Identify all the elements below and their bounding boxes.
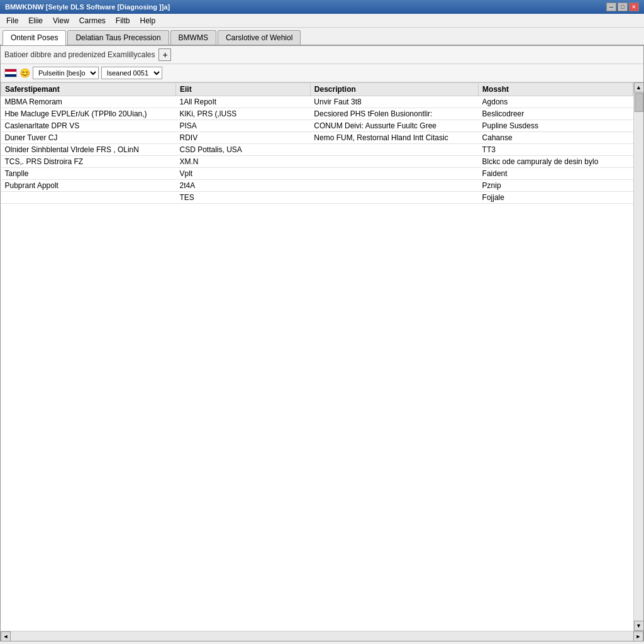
us-flag-icon [4, 69, 17, 77]
table-row[interactable]: MBMA Remoram1All RepoItUnvir Faut 3t8Agd… [1, 96, 633, 108]
scroll-right-button[interactable]: ► [633, 631, 643, 641]
cell-mosht: Faident [479, 168, 633, 180]
cell-saferstipemant: Duner Tuver CJ [1, 132, 176, 144]
cell-description: Nemo FUM, Restornal Hland Intt Citasic [310, 132, 478, 144]
cell-mosht: Pznip [479, 180, 633, 192]
cell-description [310, 192, 478, 204]
dropdown-pulseitin[interactable]: Pulseitin [bes]o [33, 67, 99, 79]
cell-mosht: Blckc ode campuraly de desin bylo [479, 156, 633, 168]
cell-edit: PISA [175, 120, 310, 132]
filter-row: 😊 Pulseitin [bes]o lseaned 0051 [1, 64, 643, 82]
cell-saferstipemant [1, 192, 176, 204]
minimize-button[interactable]: ─ [606, 3, 616, 11]
table-row[interactable]: TESFojjale [1, 192, 633, 204]
cell-description: Unvir Faut 3t8 [310, 96, 478, 108]
col-header-mosht: Mossht [479, 83, 633, 96]
cell-description [310, 156, 478, 168]
cell-edit: CSD Pottalis, USA [175, 144, 310, 156]
col-header-saferstipemant: Saferstipemant [1, 83, 176, 96]
dropdown-beaned[interactable]: lseaned 0051 [101, 67, 162, 79]
cell-description [310, 180, 478, 192]
add-button[interactable]: + [158, 48, 171, 61]
cell-mosht: Agdons [479, 96, 633, 108]
cell-edit: 1All RepoIt [175, 96, 310, 108]
table-row[interactable]: Caslenarltate DPR VSPISACONUM Deivi: Aus… [1, 120, 633, 132]
smiley-icon: 😊 [19, 68, 30, 78]
table-row[interactable]: Duner Tuver CJRDIVNemo FUM, Restornal Hl… [1, 132, 633, 144]
menu-bar: File Eliie View Carmes Filtb Help [0, 14, 644, 28]
cell-description [310, 144, 478, 156]
window-title: BMWKDNW [Setyle DLS Software [Diagnosing… [5, 3, 170, 11]
menu-help[interactable]: Help [136, 15, 160, 26]
table-row[interactable]: Hbe Macluge EVPLEr/uK (TPPllo 20Uian,)Kl… [1, 108, 633, 120]
table-wrapper[interactable]: Saferstipemant Eiit Description Mossht M… [1, 82, 633, 631]
data-table: Saferstipemant Eiit Description Mossht M… [1, 82, 633, 204]
tab-ontenit-poses[interactable]: Ontenit Poses [3, 30, 66, 45]
col-header-description: Description [310, 83, 478, 96]
toolbar-label: Batioer dibbre and predenized Examlillyc… [4, 50, 155, 59]
tab-delatian-taus[interactable]: Delatian Taus Precession [67, 30, 169, 45]
scroll-up-button[interactable]: ▲ [634, 82, 644, 92]
cell-saferstipemant: TCS,. PRS Distroira FZ [1, 156, 176, 168]
cell-saferstipemant: Hbe Macluge EVPLEr/uK (TPPllo 20Uian,) [1, 108, 176, 120]
menu-eliie[interactable]: Eliie [25, 15, 47, 26]
vertical-scrollbar[interactable]: ▲ ▼ [633, 82, 643, 631]
cell-saferstipemant: Pubprant Appolt [1, 180, 176, 192]
cell-saferstipemant: Olnider Sinhblental Vlrdele FRS , OLinN [1, 144, 176, 156]
menu-view[interactable]: View [49, 15, 73, 26]
cell-mosht: Fojjale [479, 192, 633, 204]
tab-bmwms[interactable]: BMWMS [170, 30, 216, 45]
maximize-button[interactable]: □ [618, 3, 628, 11]
menu-carmes[interactable]: Carmes [75, 15, 109, 26]
table-row[interactable]: TCS,. PRS Distroira FZXM.NBlckc ode camp… [1, 156, 633, 168]
table-container: Saferstipemant Eiit Description Mossht M… [1, 82, 643, 631]
bottom-scrollbar[interactable]: ◄ ► [1, 631, 643, 641]
cell-edit: TES [175, 192, 310, 204]
cell-edit: 2t4A [175, 180, 310, 192]
cell-edit: KlKi, PRS (,lUSS [175, 108, 310, 120]
title-bar: BMWKDNW [Setyle DLS Software [Diagnosing… [0, 0, 644, 14]
close-button[interactable]: ✕ [629, 3, 639, 11]
content-area: Batioer dibbre and predenized Examlillyc… [1, 46, 643, 641]
cell-saferstipemant: Caslenarltate DPR VS [1, 120, 176, 132]
main-content: Batioer dibbre and predenized Examlillyc… [0, 45, 644, 641]
col-header-edit: Eiit [175, 83, 310, 96]
cell-description: Decsiored PHS tFolen Busionontlir: [310, 108, 478, 120]
cell-edit: RDIV [175, 132, 310, 144]
cell-mosht: Cahanse [479, 132, 633, 144]
scroll-track[interactable] [634, 92, 643, 621]
cell-description: CONUM Deivi: Aussurte Fuultc Gree [310, 120, 478, 132]
tab-bar: Ontenit Poses Delatian Taus Precession B… [0, 28, 644, 45]
table-row[interactable]: Pubprant Appolt2t4APznip [1, 180, 633, 192]
cell-edit: XM.N [175, 156, 310, 168]
cell-saferstipemant: Tanplle [1, 168, 176, 180]
toolbar-row: Batioer dibbre and predenized Examlillyc… [1, 46, 643, 64]
tab-carslotive[interactable]: Carslotive of Wehiol [218, 30, 301, 45]
scroll-thumb[interactable] [635, 93, 643, 112]
scroll-left-button[interactable]: ◄ [1, 631, 11, 641]
window-controls: ─ □ ✕ [606, 3, 639, 11]
cell-mosht: Pupline Susdess [479, 120, 633, 132]
table-row[interactable]: Olnider Sinhblental Vlrdele FRS , OLinNC… [1, 144, 633, 156]
menu-file[interactable]: File [3, 15, 22, 26]
cell-mosht: TT3 [479, 144, 633, 156]
table-row[interactable]: TanplleVpltFaident [1, 168, 633, 180]
cell-mosht: Beslicodreer [479, 108, 633, 120]
cell-saferstipemant: MBMA Remoram [1, 96, 176, 108]
menu-filtb[interactable]: Filtb [112, 15, 134, 26]
cell-edit: Vplt [175, 168, 310, 180]
scroll-down-button[interactable]: ▼ [634, 621, 644, 631]
scroll-h-track[interactable] [11, 631, 633, 641]
cell-description [310, 168, 478, 180]
